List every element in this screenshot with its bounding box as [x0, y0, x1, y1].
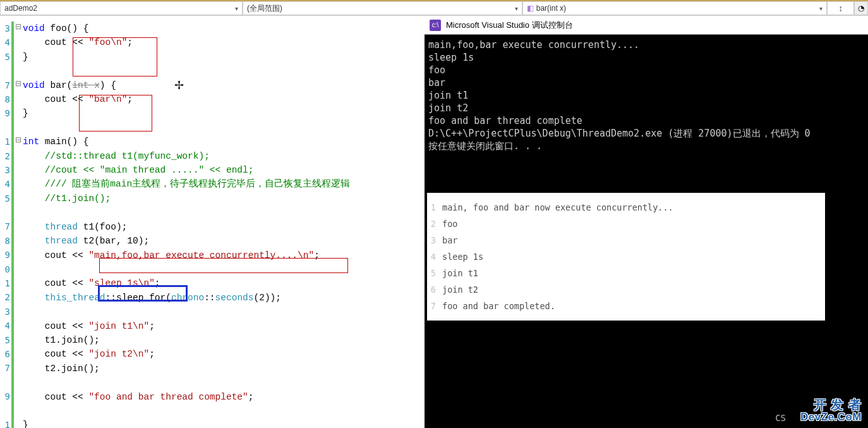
console-titlebar: c:\ Microsoft Visual Studio 调试控制台 [425, 16, 868, 35]
list-item: 1main, foo and bar now execute concurren… [427, 199, 825, 216]
editor-split-controls: ↕ [827, 1, 854, 15]
list-item: 6join t2 [427, 281, 825, 298]
list-item: 4sleep 1s [427, 248, 825, 265]
fold-toggle-icon[interactable]: ⊟ [15, 22, 21, 31]
split-window-icon[interactable]: ↕ [838, 3, 843, 13]
chevron-down-icon: ▾ [511, 5, 518, 12]
watermark: 开 发 者 DevZe.CoM [800, 398, 862, 423]
member-dropdown[interactable]: ◧bar(int x) ▾ [522, 1, 827, 15]
watermark-line2: DevZe.CoM [800, 412, 862, 423]
watermark-line1: 开 发 者 [800, 398, 862, 412]
watermark-small: CS [775, 413, 786, 423]
console-output: main,foo,bar execute concurrently.... sl… [425, 35, 868, 156]
line-number-gutter: 345789123457890123456791 [0, 16, 10, 428]
expected-output-panel: 1main, foo and bar now execute concurren… [427, 193, 825, 321]
fold-toggle-icon[interactable]: ⊟ [15, 135, 21, 144]
list-item: 7foo and bar completed. [427, 298, 825, 314]
breadcrumb-nav: adDemo2 ▾ (全局范围) ▾ ◧bar(int x) ▾ ↕ ◔ [0, 0, 868, 16]
chevron-down-icon: ▾ [231, 5, 238, 12]
list-item: 3bar [427, 232, 825, 248]
loading-icon: ◔ [854, 1, 868, 15]
code-editor[interactable]: 345789123457890123456791 ⊟ ⊟ ⊟ void foo(… [0, 16, 425, 428]
list-item: 5join t1 [427, 265, 825, 281]
list-item: 2foo [427, 216, 825, 232]
fold-toggle-icon[interactable]: ⊟ [15, 79, 21, 88]
vs-icon: c:\ [430, 20, 441, 31]
member-dropdown-label: bar(int x) [536, 4, 566, 13]
code-text: void foo() { cout << "foo\n"; } void bar… [23, 21, 350, 428]
method-icon: ◧ [527, 4, 536, 13]
change-indicator [11, 21, 14, 428]
chevron-down-icon: ▾ [816, 5, 823, 12]
scope-dropdown-label: (全局范围) [247, 3, 282, 14]
class-dropdown[interactable]: adDemo2 ▾ [0, 1, 243, 15]
debug-console-window: c:\ Microsoft Visual Studio 调试控制台 main,f… [425, 16, 868, 428]
console-title-text: Microsoft Visual Studio 调试控制台 [446, 20, 573, 31]
class-dropdown-label: adDemo2 [4, 4, 37, 13]
scope-dropdown[interactable]: (全局范围) ▾ [243, 1, 522, 15]
